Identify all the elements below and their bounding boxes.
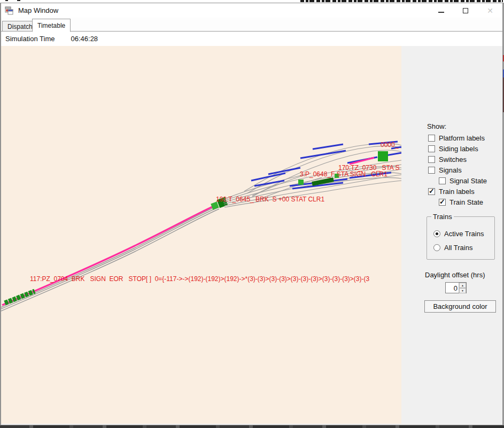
check-icon: ✓: [439, 198, 445, 205]
checkbox-siding-labels[interactable]: Siding labels: [428, 145, 478, 153]
map-window: Map Window ✕ Dispatch Timetable Simulati…: [0, 3, 503, 425]
maximize-icon: [463, 8, 468, 13]
checkbox-box[interactable]: [428, 156, 435, 163]
checkbox-label: Switches: [439, 155, 467, 164]
simulation-time-value: 06:46:28: [71, 35, 98, 43]
active-route-path: [2, 205, 217, 305]
maximize-button[interactable]: [453, 3, 478, 18]
checkbox-signals[interactable]: Signals: [428, 166, 462, 174]
background-window-speck: [17, 0, 20, 1]
train-0000-body: [378, 151, 388, 161]
checkbox-switches[interactable]: Switches: [428, 155, 467, 164]
daylight-offset-label: Daylight offset (hrs): [425, 271, 485, 279]
close-button[interactable]: ✕: [478, 3, 502, 18]
simulation-time-row: Simulation Time 06:46:28: [1, 32, 502, 46]
radio-dot: [436, 232, 438, 235]
yard-active-route: [350, 158, 374, 164]
checkbox-label: Siding labels: [439, 145, 478, 153]
window-title: Map Window: [18, 6, 58, 14]
map-options-panel: Show: Platform labels Siding labels Swit…: [401, 46, 502, 424]
yard-train-body: [312, 180, 334, 184]
trains-group-title: Trains: [431, 213, 454, 221]
train-label-117: 117:PZ_0704 BRK SIGN EOR STOP[ ] 0={-117…: [30, 276, 369, 283]
title-bar[interactable]: Map Window ✕: [1, 3, 502, 18]
stepper-up-icon[interactable]: ▲: [459, 283, 466, 288]
daylight-offset-value[interactable]: 0: [446, 283, 459, 293]
tab-divider: [1, 31, 502, 32]
radio-active-trains[interactable]: Active Trains: [433, 230, 484, 238]
map-canvas[interactable]: 0000_ 170:TZ_0730_ STA S 3:P_0648_F STA …: [1, 46, 401, 424]
checkbox-platform-labels[interactable]: Platform labels: [428, 134, 485, 142]
checkbox-label: Train labels: [439, 188, 475, 196]
checkbox-train-labels[interactable]: ✓ Train labels: [428, 188, 475, 196]
checkbox-box[interactable]: ✓: [428, 188, 435, 195]
radio-circle[interactable]: [433, 244, 440, 251]
yard-train-head: [298, 180, 304, 185]
background-window-speck: [5, 0, 8, 1]
background-window-text-remnant-bottom: [0, 425, 504, 428]
stepper-down-icon[interactable]: ▼: [459, 288, 466, 293]
radio-label: Active Trains: [444, 230, 484, 238]
app-form-icon: [5, 6, 13, 15]
tab-strip: Dispatch Timetable: [1, 18, 502, 32]
track-diagram: [1, 46, 401, 424]
show-label: Show:: [427, 122, 446, 130]
checkbox-signal-state[interactable]: Signal State: [439, 177, 487, 185]
radio-all-trains[interactable]: All Trains: [433, 244, 472, 252]
checkbox-label: Signals: [439, 166, 462, 174]
background-color-button[interactable]: Background color: [424, 300, 496, 313]
checkbox-label: Train State: [449, 198, 483, 206]
checkbox-box[interactable]: [428, 167, 435, 174]
train-label-0000: 0000_: [381, 142, 398, 149]
train-label-192: 192:T_0645_ BRK S +00 STAT CLR1: [216, 196, 324, 203]
trains-groupbox: Trains Active Trains All Trains: [427, 216, 495, 260]
simulation-time-label: Simulation Time: [5, 35, 55, 43]
background-window-text-remnant-top: [300, 0, 503, 2]
check-icon: ✓: [429, 188, 435, 194]
radio-circle[interactable]: [433, 230, 440, 237]
checkbox-label: Signal State: [449, 177, 487, 185]
train-label-3: 3:P_0648_F STA SIGN CLR1: [300, 171, 387, 178]
train-117-body: [5, 291, 35, 303]
minimize-icon: [438, 12, 444, 13]
radio-label: All Trains: [444, 244, 472, 252]
checkbox-train-state[interactable]: ✓ Train State: [439, 198, 483, 206]
checkbox-box[interactable]: [428, 135, 435, 142]
daylight-offset-stepper[interactable]: 0 ▲ ▼: [445, 282, 467, 293]
checkbox-box[interactable]: ✓: [439, 199, 446, 206]
window-bottom-inset: [1, 424, 502, 425]
checkbox-label: Platform labels: [439, 134, 485, 142]
close-icon: ✕: [487, 7, 493, 14]
minimize-button[interactable]: [429, 3, 453, 18]
radio-dot: [436, 246, 438, 249]
tab-timetable[interactable]: Timetable: [32, 19, 71, 32]
checkbox-box[interactable]: [439, 177, 446, 184]
checkbox-box[interactable]: [428, 145, 435, 152]
